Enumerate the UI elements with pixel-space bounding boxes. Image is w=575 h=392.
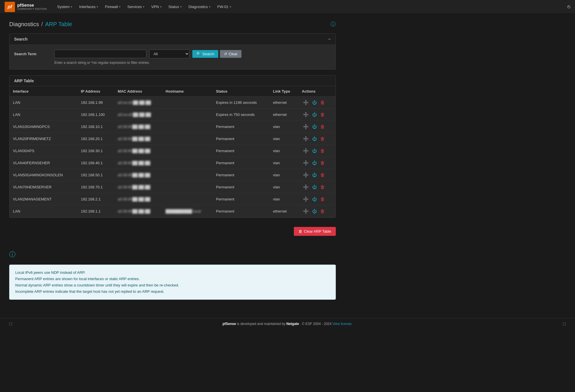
ping-button[interactable]: ⏻ (311, 148, 318, 154)
cell-hostname (162, 193, 212, 205)
breadcrumb-parent: Diagnostics (9, 21, 39, 28)
breadcrumb-separator: / (41, 21, 43, 28)
cell-actions: ➕ ⏻ 🗑 (298, 121, 336, 133)
cell-ip: 192.168.50.1 (77, 169, 114, 181)
search-title: Search (14, 37, 28, 41)
delete-button[interactable]: 🗑 (319, 208, 326, 215)
col-linktype: Link Type (270, 86, 298, 97)
cell-status: Permanent (212, 145, 269, 157)
cell-status: Permanent (212, 181, 269, 193)
add-static-button[interactable]: ➕ (302, 208, 310, 215)
table-row: LAN 192.168.1.100 a0:ce:c8:██:██:██ Expi… (9, 109, 336, 121)
delete-button[interactable]: 🗑 (319, 124, 326, 130)
cell-mac: a0:ce:c8:██:██:██ (114, 109, 162, 121)
collapse-button[interactable]: − (328, 37, 331, 42)
ping-button[interactable]: ⏻ (311, 124, 318, 130)
delete-button[interactable]: 🗑 (319, 196, 326, 202)
add-static-button[interactable]: ➕ (302, 135, 310, 142)
nav-vpn[interactable]: VPN ▾ (148, 0, 165, 14)
cell-actions: ➕ ⏻ 🗑 (298, 109, 336, 121)
cell-linktype: vlan (270, 133, 298, 145)
chevron-down-icon: ▾ (71, 5, 72, 8)
footer-license-link[interactable]: View license. (332, 322, 352, 326)
search-button[interactable]: 🔍 Search (192, 50, 218, 58)
nav-diagnostics[interactable]: Diagnostics ▾ (185, 0, 214, 14)
cell-mac: a0:ce:c8:██:██:██ (114, 97, 162, 109)
table-row: VLAN70HEIMSERVER 192.168.70.1 a0:36:9f:█… (9, 181, 336, 193)
cell-actions: ➕ ⏻ 🗑 (298, 193, 336, 205)
ping-button[interactable]: ⏻ (311, 184, 318, 190)
col-interface: Interface (9, 86, 77, 97)
nav-services[interactable]: Services ▾ (124, 0, 148, 14)
add-static-button[interactable]: ➕ (302, 111, 310, 118)
chevron-down-icon: ▾ (119, 5, 120, 8)
footer-right-icon[interactable]: □ (563, 321, 566, 326)
cell-status: Expires in 750 seconds (212, 109, 269, 121)
delete-button[interactable]: 🗑 (319, 100, 326, 106)
reset-icon: ↺ (224, 52, 227, 56)
footer-left-icon[interactable]: □ (9, 321, 12, 326)
cell-hostname (162, 121, 212, 133)
add-static-button[interactable]: ➕ (302, 148, 310, 154)
delete-button[interactable]: 🗑 (319, 136, 326, 142)
delete-button[interactable]: 🗑 (319, 172, 326, 178)
footer: □ pfSense is developed and maintained by… (0, 318, 575, 329)
ping-button[interactable]: ⏻ (311, 172, 318, 178)
search-card: Search − Search Term All Interface IP Ad… (9, 33, 336, 70)
cell-mac: a0:36:9f:██:██:██ (114, 193, 162, 205)
delete-button[interactable]: 🗑 (319, 148, 326, 154)
cell-interface: VLAN50GAMINGKONSOLEN (9, 169, 77, 181)
search-input[interactable] (54, 50, 146, 58)
cell-hostname (162, 169, 212, 181)
delete-button[interactable]: 🗑 (319, 184, 326, 190)
search-filter-select[interactable]: All Interface IP Address MAC Address Hos… (149, 49, 189, 58)
ping-button[interactable]: ⏻ (311, 112, 318, 118)
delete-button[interactable]: 🗑 (319, 160, 326, 166)
nav-interfaces[interactable]: Interfaces ▾ (76, 0, 101, 14)
cell-status: Expires in 1196 seconds (212, 97, 269, 109)
cell-ip: 192.168.1.100 (77, 109, 114, 121)
add-static-button[interactable]: ➕ (302, 172, 310, 178)
ping-button[interactable]: ⏻ (311, 196, 318, 202)
nav-items: System ▾ Interfaces ▾ Firewall ▾ Service… (54, 0, 567, 14)
cell-linktype: ethernet (270, 109, 298, 121)
nav-system[interactable]: System ▾ (54, 0, 76, 14)
nav-fw01[interactable]: FW-01 ▾ (214, 0, 235, 14)
ping-button[interactable]: ⏻ (311, 136, 318, 142)
ping-button[interactable]: ⏻ (311, 160, 318, 166)
cell-actions: ➕ ⏻ 🗑 (298, 133, 336, 145)
cell-ip: 192.168.20.1 (77, 133, 114, 145)
logout-icon[interactable]: ⎋ (567, 4, 570, 10)
chevron-down-icon: ▾ (97, 5, 98, 8)
clear-button[interactable]: ↺ Clear (220, 50, 241, 58)
breadcrumb: Diagnostics / ARP Table ⓘ (9, 21, 336, 28)
cell-interface: VLAN20FIRMENNETZ (9, 133, 77, 145)
add-static-button[interactable]: ➕ (302, 123, 310, 130)
nav-status[interactable]: Status ▾ (165, 0, 185, 14)
add-static-button[interactable]: ➕ (302, 184, 310, 190)
cell-interface: VLAN2MANAGEMENT (9, 193, 77, 205)
cell-mac: a0:36:9f:██:██:██ (114, 157, 162, 169)
clear-arp-button[interactable]: 🗑 Clear ARP Table (294, 227, 336, 236)
cell-hostname (162, 157, 212, 169)
info-line4: Incomplete ARP entries indicate that the… (15, 288, 330, 295)
arp-table-body-rows: LAN 192.168.1.99 a0:ce:c8:██:██:██ Expir… (9, 97, 336, 217)
footer-pre: is developed and maintained by (237, 322, 286, 326)
add-static-button[interactable]: ➕ (302, 99, 310, 106)
logo[interactable]: pf pfSense COMMUNITY EDITION (5, 2, 47, 12)
info-box: Local IPv6 peers use NDP instead of ARP.… (9, 265, 336, 300)
cell-actions: ➕ ⏻ 🗑 (298, 145, 336, 157)
help-button[interactable]: ⓘ (331, 21, 336, 28)
add-static-button[interactable]: ➕ (302, 196, 310, 202)
ping-button[interactable]: ⏻ (311, 100, 318, 106)
arp-table-title: ARP Table (14, 79, 34, 83)
edition-label: COMMUNITY EDITION (17, 8, 47, 11)
add-static-button[interactable]: ➕ (302, 160, 310, 166)
col-mac: MAC Address (114, 86, 162, 97)
cell-status: Permanent (212, 133, 269, 145)
nav-firewall[interactable]: Firewall ▾ (101, 0, 124, 14)
cell-mac: a0:36:9f:██:██:██ (114, 121, 162, 133)
delete-button[interactable]: 🗑 (319, 112, 326, 118)
ping-button[interactable]: ⏻ (311, 208, 318, 215)
cell-interface: LAN (9, 97, 77, 109)
